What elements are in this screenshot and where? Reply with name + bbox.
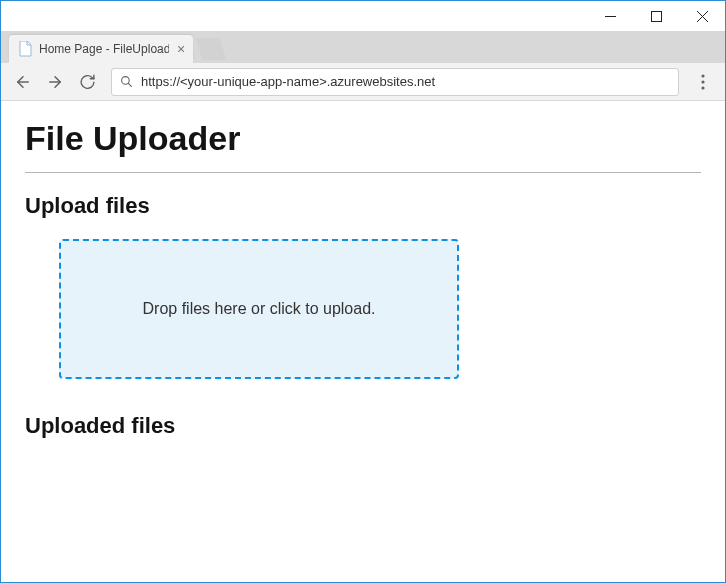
upload-files-heading: Upload files xyxy=(25,193,701,219)
forward-button[interactable] xyxy=(41,68,69,96)
tab-strip: Home Page - FileUploade × xyxy=(1,31,725,63)
reload-button[interactable] xyxy=(73,68,101,96)
tab-close-button[interactable]: × xyxy=(177,41,185,57)
address-bar[interactable]: https://<your-unique-app-name>.azurewebs… xyxy=(111,68,679,96)
dropzone-text: Drop files here or click to upload. xyxy=(143,300,376,318)
window-minimize-button[interactable] xyxy=(587,1,633,31)
divider xyxy=(25,172,701,173)
dropzone[interactable]: Drop files here or click to upload. xyxy=(59,239,459,379)
search-icon xyxy=(120,75,133,88)
window-close-button[interactable] xyxy=(679,1,725,31)
minimize-icon xyxy=(605,11,616,22)
svg-point-8 xyxy=(701,74,704,77)
kebab-icon xyxy=(701,74,705,90)
uploaded-files-heading: Uploaded files xyxy=(25,413,701,439)
window-maximize-button[interactable] xyxy=(633,1,679,31)
browser-toolbar: https://<your-unique-app-name>.azurewebs… xyxy=(1,63,725,101)
svg-line-7 xyxy=(128,83,131,86)
close-icon xyxy=(697,11,708,22)
svg-rect-1 xyxy=(651,11,661,21)
reload-icon xyxy=(79,73,96,90)
new-tab-button[interactable] xyxy=(196,38,227,60)
tab-title: Home Page - FileUploade xyxy=(39,42,169,56)
page-title: File Uploader xyxy=(25,119,701,158)
page-content: File Uploader Upload files Drop files he… xyxy=(1,101,725,582)
file-icon xyxy=(17,41,33,57)
browser-tab-active[interactable]: Home Page - FileUploade × xyxy=(9,35,193,63)
browser-menu-button[interactable] xyxy=(689,68,717,96)
maximize-icon xyxy=(651,11,662,22)
window-frame: Home Page - FileUploade × https://<your-… xyxy=(0,0,726,583)
address-text: https://<your-unique-app-name>.azurewebs… xyxy=(141,74,670,89)
back-button[interactable] xyxy=(9,68,37,96)
svg-point-10 xyxy=(701,86,704,89)
arrow-left-icon xyxy=(14,73,32,91)
svg-point-9 xyxy=(701,80,704,83)
window-title-bar xyxy=(1,1,725,31)
arrow-right-icon xyxy=(46,73,64,91)
